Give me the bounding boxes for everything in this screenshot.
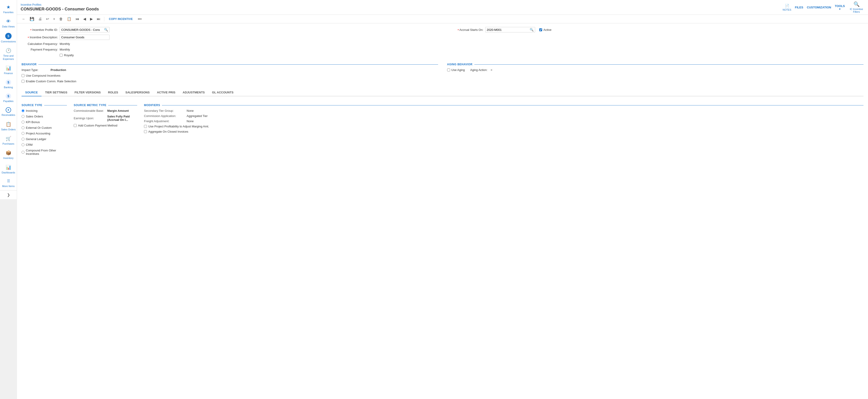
accrual-starts-input[interactable] — [486, 27, 528, 32]
sidebar-item-more-items[interactable]: ⠿ More Items — [0, 176, 17, 190]
use-project-profitability-label[interactable]: Use Project Profitability to Adjust Marg… — [144, 125, 209, 128]
behavior-section: BEHAVIOR Impact Type: Production Use Com… — [22, 59, 864, 85]
behavior-col: BEHAVIOR Impact Type: Production Use Com… — [22, 59, 438, 85]
use-project-profitability-checkbox[interactable] — [144, 125, 147, 128]
secondary-tier-value: None — [187, 109, 194, 113]
undo-button[interactable]: ↩ — [45, 16, 50, 22]
print-button[interactable]: 🖨 — [37, 16, 43, 22]
use-aging-label[interactable]: Use Aging — [447, 68, 465, 72]
tab-adjustments[interactable]: ADJUSTMENTS — [179, 89, 209, 96]
sidebar-item-purchases[interactable]: 🛒 Purchases — [0, 133, 17, 148]
sidebar-item-dashboards[interactable]: 📊 Dashboards — [0, 162, 17, 176]
sidebar-item-commissions[interactable]: $ Commissions — [0, 31, 17, 45]
use-aging-row: Use Aging Aging Action: < — [447, 68, 864, 72]
delete-button[interactable]: 🗑 — [58, 16, 64, 22]
tab-gl-accounts[interactable]: GL ACCOUNTS — [208, 89, 237, 96]
more-options-button[interactable]: ••• — [136, 16, 143, 22]
breadcrumb[interactable]: Incentive Profiles — [21, 3, 99, 6]
radio-project-accounting[interactable]: Project Accounting — [22, 132, 67, 135]
tab-source[interactable]: SOURCE — [22, 89, 41, 96]
sidebar-item-banking[interactable]: $ Banking — [0, 77, 17, 91]
main-content: Incentive Profiles CONSUMER-GOODS - Cons… — [17, 0, 868, 399]
radio-external-or-custom-input[interactable] — [22, 126, 25, 129]
active-checkbox[interactable] — [539, 28, 542, 31]
sidebar-item-inventory[interactable]: 📦 Inventory — [0, 148, 17, 162]
incentive-profile-id-search-button[interactable]: 🔍 — [103, 27, 109, 32]
radio-crm[interactable]: CRM — [22, 143, 67, 147]
radio-compound-from-other-input[interactable] — [22, 151, 25, 154]
earnings-upon-row: Earnings Upon: Sales Fully Paid (Accrual… — [74, 115, 137, 122]
radio-sales-orders[interactable]: Sales Orders — [22, 115, 67, 118]
sidebar-item-finance[interactable]: 📊 Finance — [0, 63, 17, 77]
nav-next-button[interactable]: ▶ — [89, 16, 94, 22]
radio-invoicing-input[interactable] — [22, 109, 25, 112]
use-compound-row: Use Compound Incentives — [22, 74, 438, 77]
tools-button[interactable]: TOOLS ▼ — [835, 4, 845, 10]
toolbar: ← 💾 🖨 ↩ + 🗑 📋 ⏮ ◀ ▶ ⏭ COPY INCENTIVE ••• — [17, 15, 868, 23]
radio-kpi-bonus-input[interactable] — [22, 121, 25, 124]
accrual-starts-search-button[interactable]: 🔍 — [528, 27, 535, 32]
radio-external-or-custom[interactable]: External Or Custom — [22, 126, 67, 129]
incentive-profile-id-input-wrapper: 🔍 — [60, 27, 110, 32]
commission-application-value: Aggregated Tier — [187, 114, 208, 118]
sidebar-item-sales-orders[interactable]: 📋 Sales Orders — [0, 119, 17, 133]
calculation-frequency-label: Calculation Frequency: — [22, 42, 58, 45]
nav-prev-button[interactable]: ◀ — [82, 16, 87, 22]
sidebar-item-time-expenses[interactable]: 🕐 Time and Expenses — [0, 45, 17, 63]
aging-action-label: Aging Action: — [470, 68, 488, 72]
incentive-profile-id-input[interactable] — [60, 27, 103, 32]
notes-icon: 📄 — [785, 4, 789, 8]
copy-incentive-button[interactable]: COPY INCENTIVE — [106, 17, 135, 22]
tab-salespersons[interactable]: SALESPERSONS — [122, 89, 153, 96]
radio-general-ledger-input[interactable] — [22, 137, 25, 141]
radio-sales-orders-input[interactable] — [22, 115, 25, 118]
radio-general-ledger[interactable]: General Ledger — [22, 137, 67, 141]
sidebar-item-data-views[interactable]: 👁 Data Views — [0, 16, 17, 30]
radio-kpi-bonus[interactable]: KPI Bonus — [22, 120, 67, 124]
add-custom-payment-checkbox[interactable] — [74, 124, 76, 127]
incentive-description-row: • Incentive Description: — [22, 35, 438, 40]
radio-invoicing[interactable]: Invoicing — [22, 109, 67, 113]
enable-custom-label[interactable]: Enable Custom Comm. Rate Selection — [22, 80, 76, 83]
payables-icon: $ — [6, 93, 11, 99]
sidebar-item-receivables[interactable]: + Receivables — [0, 105, 17, 119]
form-left: • Incentive Profile ID: 🔍 • Incentive De… — [22, 27, 438, 59]
royalty-checkbox-label[interactable]: Royalty — [60, 54, 74, 57]
dashboard-icon: 📊 — [6, 164, 11, 170]
radio-crm-input[interactable] — [22, 143, 25, 146]
enable-custom-checkbox[interactable] — [22, 80, 25, 83]
back-button[interactable]: ← — [21, 16, 27, 22]
tab-roles[interactable]: ROLES — [104, 89, 122, 96]
page-title: CONSUMER-GOODS - Consumer Goods — [21, 7, 99, 11]
files-button[interactable]: FILES — [795, 6, 803, 9]
add-button[interactable]: + — [52, 16, 57, 22]
nav-last-button[interactable]: ⏭ — [95, 16, 102, 22]
radio-project-accounting-input[interactable] — [22, 132, 25, 135]
use-aging-checkbox[interactable] — [447, 68, 450, 71]
incentive-description-input[interactable] — [60, 35, 110, 40]
add-custom-payment-row: Add Custom Payment Method — [74, 124, 137, 127]
add-custom-payment-label[interactable]: Add Custom Payment Method — [74, 124, 117, 127]
freight-adjustment-row: Freight Adjustment: None — [144, 120, 864, 123]
use-compound-checkbox[interactable] — [22, 74, 25, 77]
ic-incentive-filters-button[interactable]: 🔍 IC Incentive Filters — [848, 1, 864, 13]
aggregate-on-closed-label[interactable]: Aggregate On Closed Invoices — [144, 130, 188, 133]
copy-button[interactable]: 📋 — [65, 16, 73, 22]
radio-compound-from-other[interactable]: Compound From Other Incentives — [22, 149, 67, 155]
sidebar-item-payables[interactable]: $ Payables — [0, 91, 17, 105]
use-compound-label[interactable]: Use Compound Incentives — [22, 74, 60, 77]
customization-button[interactable]: CUSTOMIZATION — [807, 6, 831, 9]
save-button[interactable]: 💾 — [28, 16, 36, 22]
tab-tier-settings[interactable]: TIER SETTINGS — [41, 89, 71, 96]
inventory-icon: 📦 — [6, 150, 11, 156]
sidebar-expand-button[interactable]: ❯ — [0, 190, 17, 199]
sidebar-item-favorites[interactable]: ★ Favorites — [0, 2, 17, 16]
royalty-checkbox[interactable] — [60, 54, 63, 57]
tab-active-pris[interactable]: ACTIVE PRIS — [153, 89, 179, 96]
aggregate-on-closed-checkbox[interactable] — [144, 130, 147, 133]
eye-icon: 👁 — [6, 18, 11, 24]
nav-first-button[interactable]: ⏮ — [74, 16, 81, 22]
notes-button[interactable]: 📄 NOTES — [783, 4, 792, 11]
commission-application-row: Commission Application: Aggregated Tier — [144, 114, 864, 118]
tab-filter-versions[interactable]: FILTER VERSIONS — [71, 89, 104, 96]
